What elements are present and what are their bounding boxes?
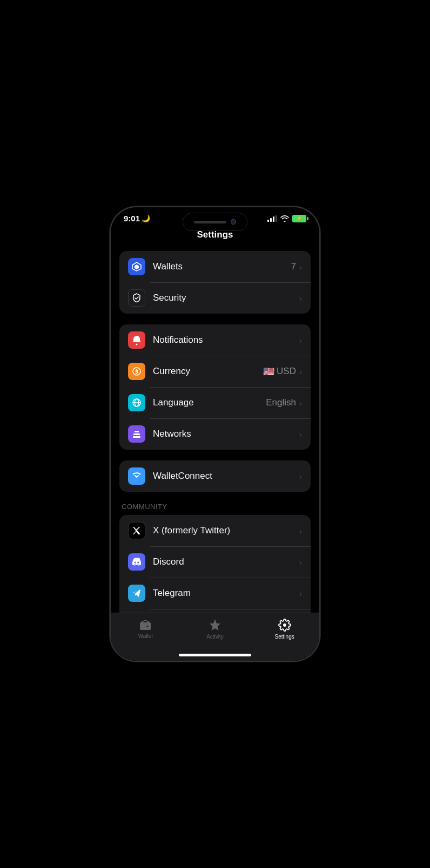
phone-frame: 9:01 🌙 ⚡ — [110, 206, 320, 662]
settings-row-networks[interactable]: Networks › — [119, 418, 311, 450]
dynamic-island — [183, 213, 247, 231]
phone-screen: 9:01 🌙 ⚡ — [111, 207, 319, 661]
language-icon — [128, 394, 145, 411]
telegram-label: Telegram — [153, 588, 299, 599]
settings-row-notifications[interactable]: Notifications › — [119, 324, 311, 356]
walletconnect-label: WalletConnect — [153, 471, 299, 482]
settings-row-currency[interactable]: ₿ Currency 🇺🇸 USD › — [119, 356, 311, 387]
networks-icon — [128, 425, 145, 443]
wifi-icon — [280, 215, 289, 222]
walletconnect-chevron: › — [299, 472, 302, 481]
wallet-tab-icon — [139, 619, 152, 631]
wallet-tab-label: Wallet — [138, 633, 153, 639]
notifications-label: Notifications — [153, 335, 299, 345]
twitter-icon — [128, 522, 145, 539]
battery-icon: ⚡ — [292, 215, 306, 222]
language-chevron: › — [299, 398, 302, 408]
us-flag: 🇺🇸 — [263, 366, 274, 377]
discord-icon — [128, 553, 145, 571]
settings-row-telegram[interactable]: Telegram › — [119, 578, 311, 609]
twitter-label: X (formerly Twitter) — [153, 525, 299, 536]
svg-rect-10 — [135, 431, 139, 432]
wallets-value: 7 — [291, 261, 296, 272]
activity-tab-label: Activity — [206, 634, 224, 640]
settings-group-preferences: Notifications › ₿ Currency 🇺🇸 USD — [119, 324, 311, 450]
discord-chevron: › — [299, 558, 302, 567]
telegram-icon — [128, 585, 145, 602]
settings-tab-icon — [278, 619, 291, 632]
tab-settings[interactable]: Settings — [250, 619, 319, 640]
settings-tab-label: Settings — [275, 634, 294, 640]
svg-point-15 — [283, 623, 286, 627]
security-label: Security — [153, 293, 299, 303]
svg-marker-1 — [135, 265, 139, 269]
networks-label: Networks — [153, 429, 299, 439]
island-dot — [231, 219, 236, 225]
networks-chevron: › — [299, 430, 302, 439]
settings-group-walletconnect: WalletConnect › — [119, 460, 311, 492]
signal-bar-4 — [276, 215, 277, 222]
svg-point-2 — [136, 344, 138, 345]
activity-tab-icon — [210, 619, 220, 632]
currency-chevron: › — [299, 367, 302, 376]
svg-rect-9 — [133, 433, 140, 435]
community-section: COMMUNITY X (formerly Twitter) › — [119, 503, 311, 613]
svg-marker-14 — [210, 619, 220, 630]
wallets-label: Wallets — [153, 261, 291, 272]
signal-bar-1 — [267, 220, 269, 222]
settings-row-wallets[interactable]: Wallets 7 › — [119, 251, 311, 282]
page-content[interactable]: Settings Wallets 7 › — [111, 225, 319, 613]
community-section-label: COMMUNITY — [119, 503, 311, 515]
wallets-icon — [128, 258, 145, 275]
settings-group-community: X (formerly Twitter) › Discord › — [119, 515, 311, 613]
settings-row-github[interactable]: GitHub › — [119, 609, 311, 613]
settings-row-walletconnect[interactable]: WalletConnect › — [119, 460, 311, 492]
settings-row-security[interactable]: Security › — [119, 282, 311, 314]
moon-icon: 🌙 — [142, 214, 150, 222]
home-bar — [179, 654, 251, 656]
settings-group-wallets-security: Wallets 7 › Security › — [119, 251, 311, 314]
currency-value: 🇺🇸 USD — [263, 366, 296, 377]
signal-bar-3 — [273, 216, 274, 222]
language-value: English — [266, 397, 296, 408]
currency-label: Currency — [153, 366, 263, 377]
settings-row-language[interactable]: Language English › — [119, 387, 311, 418]
settings-row-twitter[interactable]: X (formerly Twitter) › — [119, 515, 311, 546]
security-chevron: › — [299, 294, 302, 303]
tab-wallet[interactable]: Wallet — [111, 619, 180, 639]
settings-row-discord[interactable]: Discord › — [119, 546, 311, 578]
signal-bar-2 — [270, 218, 272, 222]
svg-text:₿: ₿ — [135, 369, 138, 375]
currency-icon: ₿ — [128, 363, 145, 380]
telegram-chevron: › — [299, 589, 302, 598]
tab-bar: Wallet Activity Settings — [111, 613, 319, 650]
svg-rect-8 — [133, 436, 140, 438]
status-time: 9:01 — [124, 214, 140, 223]
walletconnect-icon — [128, 467, 145, 485]
home-indicator — [111, 650, 319, 661]
security-icon — [128, 289, 145, 307]
notifications-icon — [128, 331, 145, 349]
signal-bars — [267, 215, 277, 222]
discord-label: Discord — [153, 557, 299, 567]
twitter-chevron: › — [299, 526, 302, 535]
wallets-chevron: › — [299, 262, 302, 272]
island-pill — [194, 221, 226, 223]
status-icons: ⚡ — [267, 215, 306, 222]
tab-activity[interactable]: Activity — [180, 619, 250, 640]
language-label: Language — [153, 397, 266, 408]
notifications-chevron: › — [299, 336, 302, 345]
